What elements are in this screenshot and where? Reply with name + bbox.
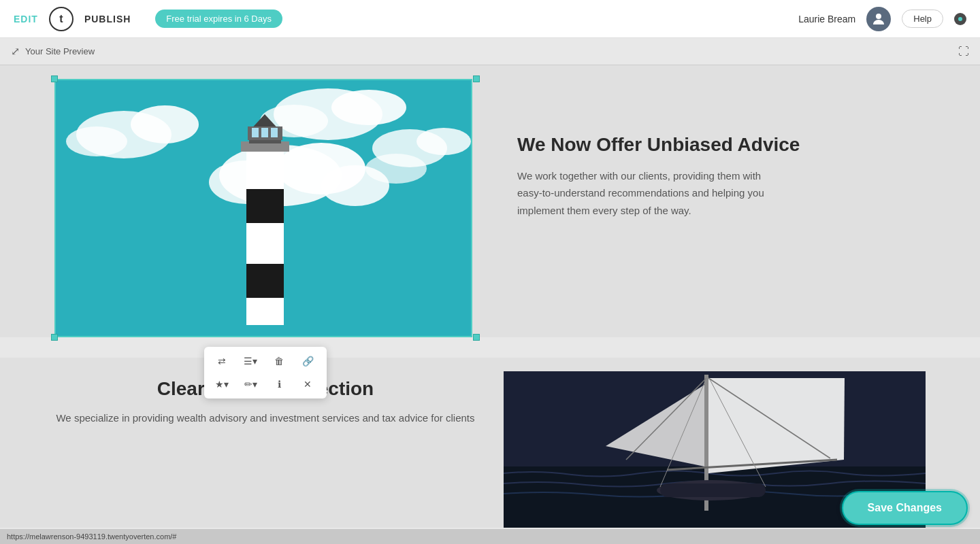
section1-title: We Now Offer Unbiased Advice	[517, 133, 898, 156]
svg-marker-28	[708, 378, 845, 473]
toolbar-delete-btn[interactable]: 🗑	[267, 351, 291, 371]
toolbar-settings-btn[interactable]: ⇄	[210, 351, 234, 371]
selection-handle-br[interactable]	[473, 334, 480, 341]
selection-handle-tr[interactable]	[473, 75, 480, 82]
selection-handle-tl[interactable]	[51, 75, 58, 82]
svg-rect-16	[246, 189, 284, 223]
preview-bar-right: ⛶	[958, 46, 969, 58]
resize-icon[interactable]: ⛶	[958, 46, 969, 57]
site-preview: ⇄ ☰▾ 🗑 🔗 ★▾ ✏▾ ℹ ✕ We Now Offer Unbiased…	[0, 65, 980, 544]
selection-handle-bl[interactable]	[51, 334, 58, 341]
svg-point-14	[321, 165, 389, 206]
svg-point-6	[331, 90, 406, 125]
lighthouse-image[interactable]	[54, 79, 472, 337]
svg-rect-22	[252, 128, 259, 137]
nav-right: Laurie Bream Help	[798, 7, 966, 31]
dot-inner	[958, 17, 962, 21]
help-button[interactable]: Help	[902, 10, 943, 28]
logo-letter: t	[59, 13, 63, 25]
upper-section: ⇄ ☰▾ 🗑 🔗 ★▾ ✏▾ ℹ ✕ We Now Offer Unbiased…	[0, 65, 980, 337]
preview-text: Your Site Preview	[25, 46, 95, 56]
trial-badge[interactable]: Free trial expires in 6 Days	[155, 10, 282, 28]
svg-rect-23	[261, 128, 268, 137]
nav-left: EDIT t PUBLISH Free trial expires in 6 D…	[14, 7, 282, 31]
toolbar-align-btn[interactable]: ☰▾	[238, 351, 263, 371]
svg-rect-17	[246, 264, 284, 298]
notification-dot[interactable]	[954, 13, 966, 25]
collapse-icon[interactable]: ⤢	[11, 45, 20, 58]
section1-body: We work together with our clients, provi…	[517, 167, 776, 220]
toolbar-link-btn[interactable]: 🔗	[295, 351, 320, 371]
svg-point-9	[416, 128, 471, 155]
svg-point-0	[876, 14, 881, 19]
svg-point-4	[66, 126, 127, 156]
preview-bar-left: ⤢ Your Site Preview	[11, 45, 95, 58]
avatar[interactable]	[866, 7, 891, 31]
publish-label[interactable]: PUBLISH	[84, 14, 131, 24]
status-url: https://melawrenson-9493119.twentyoverte…	[7, 532, 176, 541]
element-toolbar: ⇄ ☰▾ 🗑 🔗 ★▾ ✏▾ ℹ ✕	[204, 347, 327, 398]
lower-section: Clear Vision & Direction We specialize i…	[0, 358, 980, 528]
edit-label[interactable]: EDIT	[14, 14, 38, 24]
svg-point-3	[131, 105, 199, 143]
toolbar-close-btn[interactable]: ✕	[295, 374, 320, 394]
top-navigation: EDIT t PUBLISH Free trial expires in 6 D…	[0, 0, 980, 38]
lighthouse-image-wrapper[interactable]: ⇄ ☰▾ 🗑 🔗 ★▾ ✏▾ ℹ ✕	[54, 79, 476, 337]
svg-rect-34	[660, 483, 766, 497]
toolbar-edit-btn[interactable]: ✏▾	[238, 374, 263, 394]
user-name: Laurie Bream	[798, 14, 855, 24]
preview-bar: ⤢ Your Site Preview ⛶	[0, 38, 980, 65]
text-content-area: We Now Offer Unbiased Advice We work tog…	[476, 79, 926, 337]
main-content: ⇄ ☰▾ 🗑 🔗 ★▾ ✏▾ ℹ ✕ We Now Offer Unbiased…	[0, 65, 980, 544]
toolbar-star-btn[interactable]: ★▾	[210, 374, 234, 394]
logo-circle[interactable]: t	[49, 7, 74, 31]
toolbar-info-btn[interactable]: ℹ	[267, 374, 291, 394]
svg-rect-15	[246, 148, 284, 325]
section2-body: We specialize in providing wealth adviso…	[54, 409, 476, 427]
status-bar: https://melawrenson-9493119.twentyoverte…	[0, 529, 980, 544]
svg-rect-24	[271, 128, 278, 137]
save-changes-button[interactable]: Save Changes	[842, 491, 968, 525]
